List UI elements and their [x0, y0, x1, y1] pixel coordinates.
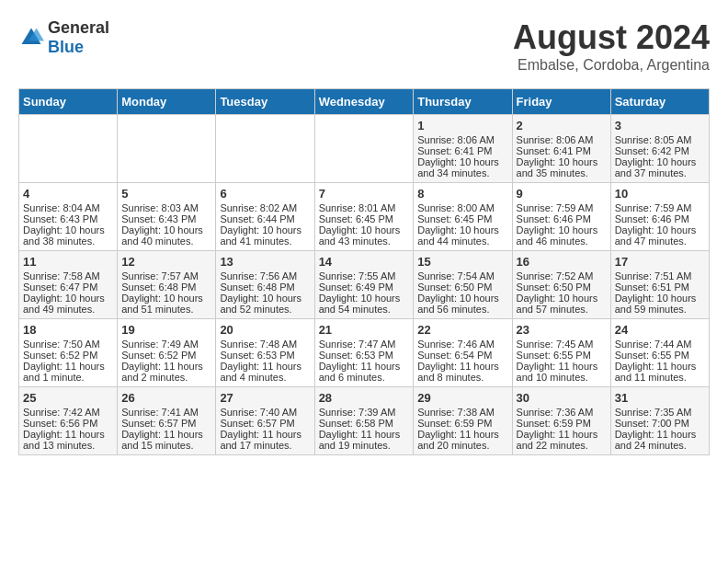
calendar-cell: 26Sunrise: 7:41 AMSunset: 6:57 PMDayligh…	[118, 387, 216, 455]
day-info: Sunrise: 8:06 AMSunset: 6:41 PMDaylight:…	[517, 134, 598, 178]
page-title: August 2024	[513, 18, 710, 57]
day-number: 9	[517, 187, 607, 201]
day-info: Sunrise: 8:06 AMSunset: 6:41 PMDaylight:…	[417, 134, 499, 178]
day-info: Sunrise: 7:42 AMSunset: 6:56 PMDaylight:…	[23, 407, 105, 451]
calendar-cell: 25Sunrise: 7:42 AMSunset: 6:56 PMDayligh…	[19, 387, 118, 455]
day-of-week-friday: Friday	[512, 89, 610, 115]
day-info: Sunrise: 7:41 AMSunset: 6:57 PMDaylight:…	[121, 407, 203, 451]
calendar-cell: 16Sunrise: 7:52 AMSunset: 6:50 PMDayligh…	[512, 251, 610, 319]
calendar-week-row: 4Sunrise: 8:04 AMSunset: 6:43 PMDaylight…	[19, 183, 710, 251]
calendar-cell: 21Sunrise: 7:47 AMSunset: 6:53 PMDayligh…	[314, 319, 414, 387]
day-number: 14	[319, 255, 410, 269]
calendar-cell: 20Sunrise: 7:48 AMSunset: 6:53 PMDayligh…	[216, 319, 314, 387]
day-number: 10	[615, 187, 705, 201]
day-number: 29	[417, 391, 507, 405]
day-info: Sunrise: 8:02 AMSunset: 6:44 PMDaylight:…	[220, 202, 301, 247]
calendar-cell: 10Sunrise: 7:59 AMSunset: 6:46 PMDayligh…	[610, 183, 709, 251]
title-block: August 2024 Embalse, Cordoba, Argentina	[513, 18, 710, 74]
calendar-cell	[216, 115, 314, 183]
day-info: Sunrise: 7:57 AMSunset: 6:48 PMDaylight:…	[121, 270, 203, 315]
logo-icon	[18, 25, 44, 51]
calendar-cell: 27Sunrise: 7:40 AMSunset: 6:57 PMDayligh…	[216, 387, 314, 455]
calendar-cell: 23Sunrise: 7:45 AMSunset: 6:55 PMDayligh…	[512, 319, 610, 387]
day-info: Sunrise: 7:46 AMSunset: 6:54 PMDaylight:…	[417, 339, 499, 383]
day-info: Sunrise: 7:52 AMSunset: 6:50 PMDaylight:…	[517, 270, 598, 315]
day-info: Sunrise: 7:59 AMSunset: 6:46 PMDaylight:…	[517, 202, 598, 247]
day-number: 8	[417, 187, 507, 201]
day-info: Sunrise: 7:56 AMSunset: 6:48 PMDaylight:…	[220, 270, 301, 315]
calendar-cell: 3Sunrise: 8:05 AMSunset: 6:42 PMDaylight…	[610, 115, 709, 183]
page-header: General Blue August 2024 Embalse, Cordob…	[18, 18, 710, 74]
calendar-cell: 31Sunrise: 7:35 AMSunset: 7:00 PMDayligh…	[610, 387, 709, 455]
calendar-cell: 14Sunrise: 7:55 AMSunset: 6:49 PMDayligh…	[314, 251, 414, 319]
day-info: Sunrise: 7:45 AMSunset: 6:55 PMDaylight:…	[517, 339, 598, 383]
day-info: Sunrise: 8:04 AMSunset: 6:43 PMDaylight:…	[23, 202, 105, 247]
day-of-week-thursday: Thursday	[414, 89, 512, 115]
day-number: 2	[517, 119, 607, 132]
logo-text: General Blue	[48, 18, 109, 57]
day-number: 13	[220, 255, 310, 269]
day-info: Sunrise: 8:03 AMSunset: 6:43 PMDaylight:…	[121, 202, 203, 247]
calendar-cell: 22Sunrise: 7:46 AMSunset: 6:54 PMDayligh…	[414, 319, 512, 387]
day-info: Sunrise: 8:05 AMSunset: 6:42 PMDaylight:…	[615, 134, 697, 178]
day-number: 27	[220, 391, 310, 405]
calendar-cell: 11Sunrise: 7:58 AMSunset: 6:47 PMDayligh…	[19, 251, 118, 319]
logo: General Blue	[18, 18, 109, 57]
day-number: 28	[319, 391, 410, 405]
calendar-cell: 13Sunrise: 7:56 AMSunset: 6:48 PMDayligh…	[216, 251, 314, 319]
logo-general: General	[48, 18, 109, 37]
day-number: 3	[615, 119, 705, 132]
day-info: Sunrise: 8:01 AMSunset: 6:45 PMDaylight:…	[319, 202, 401, 247]
day-info: Sunrise: 7:39 AMSunset: 6:58 PMDaylight:…	[319, 407, 401, 451]
day-info: Sunrise: 7:50 AMSunset: 6:52 PMDaylight:…	[23, 339, 105, 383]
day-number: 7	[319, 187, 410, 201]
calendar-cell: 1Sunrise: 8:06 AMSunset: 6:41 PMDaylight…	[414, 115, 512, 183]
calendar-week-row: 1Sunrise: 8:06 AMSunset: 6:41 PMDaylight…	[19, 115, 710, 183]
day-number: 1	[417, 119, 507, 132]
day-info: Sunrise: 7:48 AMSunset: 6:53 PMDaylight:…	[220, 339, 301, 383]
day-number: 24	[615, 323, 705, 337]
day-number: 11	[23, 255, 113, 269]
day-number: 15	[417, 255, 507, 269]
day-of-week-saturday: Saturday	[610, 89, 709, 115]
day-info: Sunrise: 7:58 AMSunset: 6:47 PMDaylight:…	[23, 270, 105, 315]
calendar-week-row: 25Sunrise: 7:42 AMSunset: 6:56 PMDayligh…	[19, 387, 710, 455]
day-number: 5	[121, 187, 211, 201]
calendar-cell: 15Sunrise: 7:54 AMSunset: 6:50 PMDayligh…	[414, 251, 512, 319]
day-info: Sunrise: 7:54 AMSunset: 6:50 PMDaylight:…	[417, 270, 499, 315]
day-info: Sunrise: 7:35 AMSunset: 7:00 PMDaylight:…	[615, 407, 697, 451]
calendar-cell: 18Sunrise: 7:50 AMSunset: 6:52 PMDayligh…	[19, 319, 118, 387]
calendar-cell: 6Sunrise: 8:02 AMSunset: 6:44 PMDaylight…	[216, 183, 314, 251]
day-info: Sunrise: 7:44 AMSunset: 6:55 PMDaylight:…	[615, 339, 697, 383]
calendar-cell: 30Sunrise: 7:36 AMSunset: 6:59 PMDayligh…	[512, 387, 610, 455]
calendar-cell: 29Sunrise: 7:38 AMSunset: 6:59 PMDayligh…	[414, 387, 512, 455]
day-info: Sunrise: 7:40 AMSunset: 6:57 PMDaylight:…	[220, 407, 301, 451]
day-number: 19	[121, 323, 211, 337]
calendar-cell	[314, 115, 414, 183]
calendar-cell	[19, 115, 118, 183]
day-number: 25	[23, 391, 113, 405]
day-of-week-sunday: Sunday	[19, 89, 118, 115]
day-number: 23	[517, 323, 607, 337]
day-number: 18	[23, 323, 113, 337]
day-number: 21	[319, 323, 410, 337]
day-info: Sunrise: 7:55 AMSunset: 6:49 PMDaylight:…	[319, 270, 401, 315]
calendar-cell: 28Sunrise: 7:39 AMSunset: 6:58 PMDayligh…	[314, 387, 414, 455]
day-info: Sunrise: 7:36 AMSunset: 6:59 PMDaylight:…	[517, 407, 598, 451]
day-info: Sunrise: 7:38 AMSunset: 6:59 PMDaylight:…	[417, 407, 499, 451]
day-number: 31	[615, 391, 705, 405]
calendar-week-row: 11Sunrise: 7:58 AMSunset: 6:47 PMDayligh…	[19, 251, 710, 319]
logo-blue: Blue	[48, 38, 84, 56]
calendar-cell	[118, 115, 216, 183]
calendar-table: SundayMondayTuesdayWednesdayThursdayFrid…	[18, 88, 710, 455]
day-info: Sunrise: 8:00 AMSunset: 6:45 PMDaylight:…	[417, 202, 499, 247]
day-number: 12	[121, 255, 211, 269]
day-info: Sunrise: 7:49 AMSunset: 6:52 PMDaylight:…	[121, 339, 203, 383]
day-info: Sunrise: 7:59 AMSunset: 6:46 PMDaylight:…	[615, 202, 697, 247]
day-info: Sunrise: 7:47 AMSunset: 6:53 PMDaylight:…	[319, 339, 401, 383]
calendar-header-row: SundayMondayTuesdayWednesdayThursdayFrid…	[19, 89, 710, 115]
calendar-cell: 9Sunrise: 7:59 AMSunset: 6:46 PMDaylight…	[512, 183, 610, 251]
calendar-cell: 7Sunrise: 8:01 AMSunset: 6:45 PMDaylight…	[314, 183, 414, 251]
day-number: 17	[615, 255, 705, 269]
day-of-week-wednesday: Wednesday	[314, 89, 414, 115]
